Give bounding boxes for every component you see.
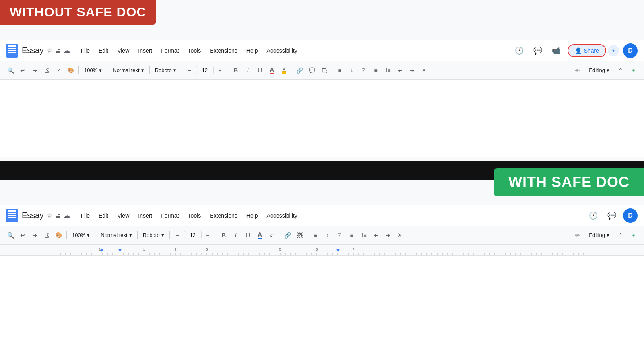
- bottom-editing-mode-dropdown[interactable]: Editing ▾: [585, 230, 613, 240]
- top-undo-btn[interactable]: ↩: [17, 65, 28, 76]
- bottom-menu-help[interactable]: Help: [242, 210, 262, 221]
- bottom-checklist-btn[interactable]: ☑: [334, 230, 345, 241]
- bottom-menu-tools[interactable]: Tools: [184, 210, 205, 221]
- top-paint-btn[interactable]: 🎨: [65, 65, 76, 76]
- top-line-spacing-btn[interactable]: ↕: [346, 65, 357, 76]
- bottom-underline-btn[interactable]: U: [242, 230, 254, 241]
- cloud-icon[interactable]: ☁: [64, 47, 70, 54]
- bottom-avatar[interactable]: D: [623, 208, 638, 223]
- bottom-menu-view[interactable]: View: [113, 210, 133, 221]
- top-align-btn[interactable]: ≡: [334, 65, 345, 76]
- bottom-menu-accessibility[interactable]: Accessibility: [263, 210, 301, 221]
- top-spellcheck-btn[interactable]: ✓: [53, 65, 64, 76]
- bottom-comment-icon[interactable]: 💬: [605, 208, 619, 223]
- top-banner-text: WITHOUT SAFE DOC: [10, 5, 147, 19]
- top-menu-help[interactable]: Help: [242, 45, 262, 56]
- bottom-increase-indent-btn[interactable]: ⇥: [382, 230, 394, 241]
- top-share-button[interactable]: 👤 Share: [568, 44, 606, 57]
- top-comment-icon[interactable]: 💬: [530, 43, 545, 58]
- top-menu-edit[interactable]: Edit: [95, 45, 112, 56]
- bottom-bullet-btn[interactable]: ≡: [346, 230, 357, 241]
- top-bold-btn[interactable]: B: [230, 65, 242, 76]
- top-menu-extensions[interactable]: Extensions: [206, 45, 241, 56]
- top-paragraph-dropdown[interactable]: Normal text ▾: [109, 66, 147, 75]
- top-increase-indent-btn[interactable]: ⇥: [407, 65, 418, 76]
- top-bullet-btn[interactable]: ≡: [370, 65, 382, 76]
- bottom-font-size-plus[interactable]: +: [202, 230, 214, 241]
- bottom-expand-btn[interactable]: ⌃: [615, 230, 626, 241]
- top-menu-accessibility[interactable]: Accessibility: [263, 45, 301, 56]
- bottom-font-size-box[interactable]: 12: [184, 231, 202, 239]
- bottom-folder-icon[interactable]: 🗂: [55, 212, 61, 219]
- bottom-decrease-indent-btn[interactable]: ⇤: [370, 230, 382, 241]
- top-text-color-btn[interactable]: A: [266, 65, 278, 76]
- bottom-link-btn[interactable]: 🔗: [282, 230, 293, 241]
- bottom-history-icon[interactable]: 🕐: [586, 208, 601, 223]
- top-clear-format-btn[interactable]: ✕: [419, 65, 430, 76]
- top-menu-insert[interactable]: Insert: [134, 45, 156, 56]
- bottom-font-dropdown[interactable]: Roboto ▾: [140, 230, 167, 240]
- top-numbered-btn[interactable]: 1≡: [382, 65, 394, 76]
- top-redo-btn[interactable]: ↪: [29, 65, 40, 76]
- top-highlight-btn[interactable]: A: [279, 65, 290, 76]
- top-doc-icon[interactable]: [6, 44, 18, 58]
- bottom-menu-extensions[interactable]: Extensions: [206, 210, 241, 221]
- top-comment-inline-btn[interactable]: 💬: [306, 65, 318, 76]
- bottom-menu-edit[interactable]: Edit: [95, 210, 112, 221]
- top-font-size-plus[interactable]: +: [215, 65, 226, 76]
- top-editing-mode-dropdown[interactable]: Editing ▾: [585, 66, 613, 75]
- top-avatar[interactable]: D: [623, 43, 638, 58]
- bottom-italic-btn[interactable]: I: [230, 230, 242, 241]
- top-font-size-minus[interactable]: −: [184, 65, 195, 76]
- bottom-line-spacing-btn[interactable]: ↕: [322, 230, 333, 241]
- bottom-paint-btn[interactable]: 🎨: [53, 230, 64, 241]
- bottom-font-size-minus[interactable]: −: [172, 230, 183, 241]
- top-sheets-btn[interactable]: ⊞: [628, 65, 639, 76]
- top-history-icon[interactable]: 🕐: [512, 43, 526, 58]
- top-share-dropdown[interactable]: ▾: [608, 45, 619, 56]
- bottom-zoom-dropdown[interactable]: 100% ▾: [69, 230, 93, 240]
- bottom-star-icon[interactable]: ☆: [47, 212, 52, 219]
- top-underline-btn[interactable]: U: [254, 65, 266, 76]
- top-checklist-btn[interactable]: ☑: [358, 65, 369, 76]
- top-menu-view[interactable]: View: [113, 45, 133, 56]
- top-menu-tools[interactable]: Tools: [184, 45, 205, 56]
- top-editing-chevron: ▾: [607, 67, 609, 73]
- top-print-btn[interactable]: 🖨: [41, 65, 52, 76]
- bottom-highlight-btn[interactable]: 🖊: [266, 230, 278, 241]
- bottom-sheets-btn[interactable]: ⊞: [628, 230, 639, 241]
- bottom-image-btn[interactable]: 🖼: [294, 230, 305, 241]
- top-font-size-box[interactable]: 12: [196, 66, 214, 74]
- bottom-search-btn[interactable]: 🔍: [5, 230, 16, 241]
- bottom-clear-format-btn[interactable]: ✕: [394, 230, 406, 241]
- top-expand-btn[interactable]: ⌃: [615, 65, 626, 76]
- bottom-doc-icon[interactable]: [6, 209, 18, 222]
- bottom-cloud-icon[interactable]: ☁: [64, 212, 70, 219]
- bottom-pencil-icon[interactable]: ✏: [572, 230, 583, 241]
- bottom-text-color-btn[interactable]: A: [254, 230, 266, 241]
- bottom-undo-btn[interactable]: ↩: [17, 230, 28, 241]
- bottom-menu-format[interactable]: Format: [157, 210, 183, 221]
- top-link-btn[interactable]: 🔗: [294, 65, 305, 76]
- top-search-btn[interactable]: 🔍: [5, 65, 16, 76]
- bottom-align-btn[interactable]: ≡: [310, 230, 321, 241]
- bottom-bold-btn[interactable]: B: [218, 230, 229, 241]
- top-image-btn[interactable]: 🖼: [318, 65, 330, 76]
- bottom-redo-btn[interactable]: ↪: [29, 230, 40, 241]
- bottom-paragraph-dropdown[interactable]: Normal text ▾: [97, 230, 135, 240]
- bottom-print-btn[interactable]: 🖨: [41, 230, 52, 241]
- top-pencil-icon[interactable]: ✏: [572, 65, 583, 76]
- top-menu-file[interactable]: File: [76, 45, 94, 56]
- folder-icon[interactable]: 🗂: [55, 47, 61, 54]
- bottom-menu-insert[interactable]: Insert: [134, 210, 156, 221]
- star-icon[interactable]: ☆: [47, 47, 52, 54]
- top-zoom-dropdown[interactable]: 100% ▾: [81, 66, 105, 75]
- bottom-numbered-btn[interactable]: 1≡: [358, 230, 369, 241]
- top-decrease-indent-btn[interactable]: ⇤: [394, 65, 406, 76]
- top-header-right: 🕐 💬 📹 👤 Share ▾ D: [512, 43, 638, 58]
- top-video-icon[interactable]: 📹: [549, 43, 564, 58]
- bottom-menu-file[interactable]: File: [76, 210, 94, 221]
- top-menu-format[interactable]: Format: [157, 45, 183, 56]
- top-italic-btn[interactable]: I: [242, 65, 254, 76]
- top-font-dropdown[interactable]: Roboto ▾: [152, 66, 180, 75]
